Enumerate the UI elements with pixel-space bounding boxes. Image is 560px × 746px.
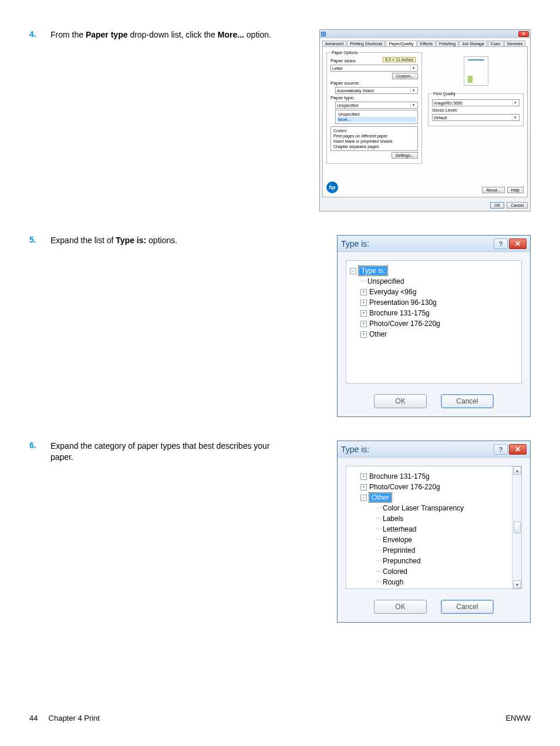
special-pages-list[interactable]: Covers Print pages on different paper In…: [330, 126, 418, 151]
tab-effects[interactable]: Effects: [417, 41, 436, 46]
tree-item[interactable]: Everyday <96g: [369, 288, 416, 296]
tree-branch-icon: ⋯: [376, 505, 382, 512]
expand-icon[interactable]: +: [360, 484, 367, 490]
tree-item[interactable]: HP Tough Paper: [383, 589, 434, 589]
dialog-title: Type is:: [341, 239, 369, 248]
app-icon: [321, 32, 326, 36]
list-item[interactable]: Chapter separator pages: [332, 144, 416, 149]
expand-icon[interactable]: +: [360, 331, 367, 338]
tree-branch-icon: ⋯: [360, 278, 366, 285]
scroll-thumb[interactable]: [514, 522, 521, 533]
page-number: 44: [29, 714, 38, 723]
help-button[interactable]: Help: [507, 187, 524, 193]
chevron-down-icon: ▾: [410, 66, 416, 70]
tree-branch-icon: ⋯: [376, 515, 382, 523]
tree-item[interactable]: Photo/Cover 176-220g: [369, 483, 440, 491]
tree-item[interactable]: Letterhead: [383, 525, 416, 533]
tree-branch-icon: ⋯: [376, 579, 382, 586]
tree-item[interactable]: Color Laser Transparency: [383, 504, 464, 512]
close-icon[interactable]: ✕: [509, 444, 527, 455]
ok-button[interactable]: OK: [374, 600, 427, 614]
chapter-label: Chapter 4 Print: [49, 714, 100, 723]
ok-button[interactable]: OK: [374, 394, 427, 408]
paper-type-select[interactable]: Unspecified▾: [335, 102, 418, 109]
expand-icon[interactable]: +: [360, 289, 367, 295]
tab-advanced[interactable]: Advanced: [322, 41, 346, 46]
chevron-down-icon: ▾: [410, 88, 416, 93]
list-item[interactable]: Insert blank or preprinted sheets: [332, 139, 416, 144]
expand-icon[interactable]: +: [360, 300, 367, 306]
dialog-title: Type is:: [341, 445, 369, 454]
expand-icon[interactable]: +: [360, 473, 367, 480]
hp-logo-icon: hp: [326, 182, 338, 193]
tree-item[interactable]: Brochure 131-175g: [369, 309, 430, 317]
custom-button[interactable]: Custom...: [392, 73, 418, 79]
tree-item[interactable]: Unspecified: [367, 277, 404, 285]
type-tree[interactable]: −Type is: ⋯Unspecified +Everyday <96g +P…: [350, 266, 518, 340]
tree-branch-icon: ⋯: [376, 568, 382, 576]
ok-button[interactable]: OK: [490, 202, 504, 209]
dialog-titlebar: ✕: [320, 30, 530, 38]
tree-item[interactable]: Envelope: [383, 536, 412, 544]
tab-paper-quality[interactable]: Paper/Quality: [386, 41, 416, 46]
paper-sizes-label: Paper sizes:: [330, 58, 356, 63]
tree-item-other[interactable]: Other: [369, 493, 392, 502]
tree-root[interactable]: Type is:: [359, 266, 387, 275]
tab-services[interactable]: Services: [504, 41, 526, 46]
print-quality-legend: Print Quality: [432, 92, 457, 96]
tab-color[interactable]: Color: [488, 41, 504, 46]
scroll-down-icon[interactable]: ▾: [513, 580, 521, 589]
paper-type-label: Paper type:: [330, 95, 418, 100]
tree-item[interactable]: Photo/Cover 176-220g: [369, 320, 440, 328]
expand-icon[interactable]: +: [360, 310, 367, 317]
collapse-icon[interactable]: −: [360, 495, 367, 501]
chevron-down-icon: ▾: [512, 100, 518, 105]
type-is-dialog-expanded: Type is: ? ✕ +Brochure 131-175g +Photo/C…: [337, 441, 531, 623]
about-button[interactable]: About...: [482, 187, 504, 193]
tab-job-storage[interactable]: Job Storage: [459, 41, 487, 46]
print-quality-select[interactable]: ImageREt 3600▾: [432, 99, 519, 106]
tree-item[interactable]: Brochure 131-175g: [369, 472, 430, 480]
tree-branch-icon: ⋯: [376, 547, 382, 555]
step-5-text: Expand the list of Type is: options.: [50, 235, 177, 246]
list-item[interactable]: Covers: [332, 128, 416, 133]
close-icon[interactable]: ✕: [518, 31, 529, 37]
settings-button[interactable]: Settings...: [392, 152, 418, 159]
cancel-button[interactable]: Cancel: [441, 600, 494, 614]
scrollbar[interactable]: ▴ ▾: [512, 466, 521, 589]
gloss-level-select[interactable]: Default▾: [432, 114, 519, 121]
paper-source-label: Paper source:: [330, 80, 418, 86]
tree-branch-icon: ⋯: [376, 557, 382, 565]
tree-item[interactable]: Preprinted: [383, 546, 415, 555]
collapse-icon[interactable]: −: [350, 268, 356, 274]
tree-item[interactable]: Labels: [383, 515, 403, 523]
cancel-button[interactable]: Cancel: [507, 202, 528, 209]
printer-properties-dialog: ✕ Advanced Printing Shortcuts Paper/Qual…: [319, 29, 531, 211]
paper-type-option[interactable]: Unspecified: [337, 112, 416, 117]
expand-icon[interactable]: +: [360, 321, 367, 327]
tree-item[interactable]: Colored: [383, 567, 407, 576]
tree-item[interactable]: Presentation 96-130g: [369, 298, 437, 307]
paper-type-option-more[interactable]: More...: [337, 117, 416, 122]
page-preview: [464, 56, 488, 86]
paper-size-tooltip: 8.5 × 11 inches: [383, 57, 416, 62]
paper-sizes-select[interactable]: Letter▾: [330, 65, 418, 72]
tree-item[interactable]: Other: [369, 330, 387, 338]
paper-source-select[interactable]: Automatically Select▾: [335, 87, 418, 94]
step-number: 5.: [29, 235, 50, 244]
help-icon[interactable]: ?: [494, 238, 508, 249]
cancel-button[interactable]: Cancel: [441, 394, 494, 408]
tab-strip: Advanced Printing Shortcuts Paper/Qualit…: [320, 38, 530, 46]
close-icon[interactable]: ✕: [509, 238, 527, 249]
scroll-up-icon[interactable]: ▴: [513, 466, 521, 475]
list-item[interactable]: Print pages on different paper: [332, 133, 416, 139]
tab-shortcuts[interactable]: Printing Shortcuts: [347, 41, 385, 46]
tree-item[interactable]: Rough: [383, 578, 403, 586]
type-tree[interactable]: +Brochure 131-175g +Photo/Cover 176-220g…: [350, 471, 511, 589]
paper-type-dropdown-list[interactable]: Unspecified More...: [335, 110, 418, 124]
paper-options-group: Paper Options Paper sizes: 8.5 × 11 inch…: [326, 51, 422, 164]
tree-item[interactable]: Prepunched: [383, 557, 421, 565]
help-icon[interactable]: ?: [494, 444, 508, 455]
tab-finishing[interactable]: Finishing: [436, 41, 458, 46]
step-6-text: Expand the category of paper types that …: [50, 441, 288, 463]
